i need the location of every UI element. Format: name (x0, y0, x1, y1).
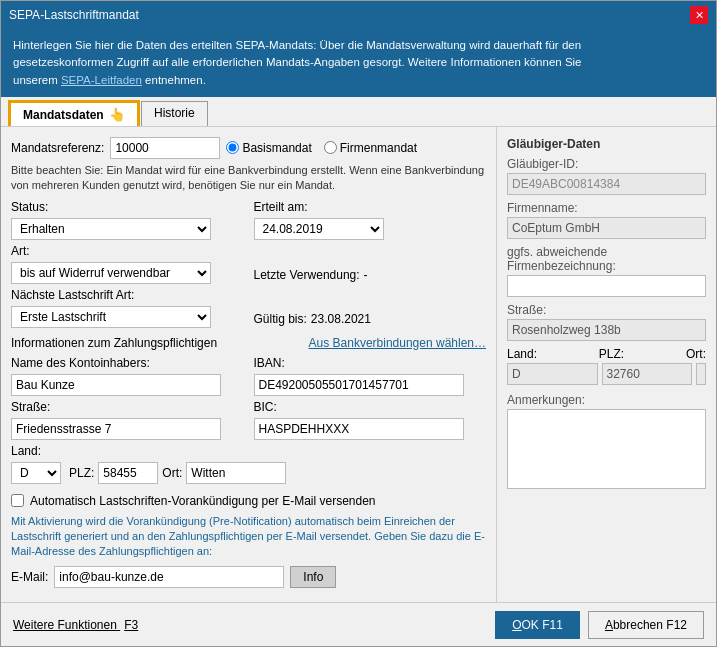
email-label: E-Mail: (11, 570, 48, 584)
main-panel: Mandatsreferenz: 10000 Basismandat Firme… (1, 127, 496, 602)
info-text-3: unserem (13, 74, 61, 86)
email-input[interactable]: info@bau-kunze.de (54, 566, 284, 588)
ort-konto-input[interactable]: Witten (186, 462, 286, 484)
strasse-konto-label: Straße: (11, 400, 244, 414)
vorankuendigung-checkbox[interactable] (11, 494, 24, 507)
status-erteilt-row: Status: Erhalten Erteilt am: 24.08.2019 (11, 200, 486, 240)
aus-bankverbindung-link[interactable]: Aus Bankverbindungen wählen… (309, 336, 486, 350)
land-konto-group: Land: D PLZ: 58455 Ort: Witten (11, 444, 286, 484)
right-panel: Gläubiger-Daten Gläubiger-ID: DE49ABC008… (496, 127, 716, 602)
strasse-right-field: Straße: Rosenholzweg 138b (507, 303, 706, 341)
anmerkungen-label: Anmerkungen: (507, 393, 706, 407)
strasse-right-input[interactable]: Rosenholzweg 138b (507, 319, 706, 341)
name-iban-row: Name des Kontoinhabers: Bau Kunze IBAN: … (11, 356, 486, 396)
blue-text: Mit Aktivierung wird die Vorankündigung … (11, 514, 486, 560)
abweichend-input[interactable] (507, 275, 706, 297)
info-bar: Hinterlegen Sie hier die Daten des ertei… (1, 29, 716, 97)
footer-bar: Weitere Funktionen F3 OOK F11 Abbrechen … (1, 602, 716, 646)
ort-right-input[interactable]: Detmold (696, 363, 706, 385)
erteilt-select[interactable]: 24.08.2019 (254, 218, 384, 240)
info-button[interactable]: Info (290, 566, 336, 588)
abbrechen-button[interactable]: Abbrechen F12 (588, 611, 704, 639)
informationen-label: Informationen zum Zahlungspflichtigen (11, 336, 217, 350)
firmenname-label: Firmenname: (507, 201, 706, 215)
plz-right-label: PLZ: (599, 347, 624, 361)
naechste-label: Nächste Lastschrift Art: (11, 288, 244, 302)
plz-konto-input[interactable]: 58455 (98, 462, 158, 484)
mandatsreferenz-input[interactable]: 10000 (110, 137, 220, 159)
checkbox-label: Automatisch Lastschriften-Vorankündigung… (30, 494, 376, 508)
note-text: Bitte beachten Sie: Ein Mandat wird für … (11, 163, 486, 194)
name-label: Name des Kontoinhabers: (11, 356, 244, 370)
iban-group: IBAN: DE49200505501701457701 (254, 356, 487, 396)
main-window: SEPA-Lastschriftmandat ✕ Hinterlegen Sie… (0, 0, 717, 647)
status-select[interactable]: Erhalten (11, 218, 211, 240)
tab-historie[interactable]: Historie (141, 101, 208, 126)
firmenname-input[interactable]: CoEptum GmbH (507, 217, 706, 239)
erteilt-group: Erteilt am: 24.08.2019 (254, 200, 487, 240)
naechste-select[interactable]: Erste Lastschrift (11, 306, 211, 328)
tab-mandatsdaten[interactable]: Mandatsdaten 👆 (9, 101, 139, 126)
cursor-icon: 👆 (109, 107, 125, 122)
letzte-verwendung-label: Letzte Verwendung: (254, 268, 360, 282)
footer-right: OOK F11 Abbrechen F12 (495, 611, 704, 639)
checkbox-row: Automatisch Lastschriften-Vorankündigung… (11, 494, 486, 508)
info-text-2: gesetzeskonformen Zugriff auf alle erfor… (13, 56, 582, 68)
glaeubiger-id-label: Gläubiger-ID: (507, 157, 706, 171)
gueltig-label: Gültig bis: (254, 312, 307, 326)
mandat-type-group: Basismandat Firmenmandat (226, 141, 417, 155)
iban-input[interactable]: DE49200505501701457701 (254, 374, 464, 396)
naechste-group: Nächste Lastschrift Art: Erste Lastschri… (11, 288, 244, 328)
iban-label: IBAN: (254, 356, 487, 370)
bic-group: BIC: HASPDEHHXXX (254, 400, 487, 440)
anmerkungen-field: Anmerkungen: (507, 393, 706, 492)
bic-input[interactable]: HASPDEHHXXX (254, 418, 464, 440)
glaeubiger-title: Gläubiger-Daten (507, 137, 706, 151)
close-button[interactable]: ✕ (690, 6, 708, 24)
plz-right-input[interactable]: 32760 (602, 363, 693, 385)
info-zahlungspflichtiger-row: Informationen zum Zahlungspflichtigen Au… (11, 336, 486, 350)
mandatsreferenz-label: Mandatsreferenz: (11, 141, 104, 155)
firmenname-field: Firmenname: CoEptum GmbH (507, 201, 706, 239)
ok-button[interactable]: OOK F11 (495, 611, 580, 639)
tab-historie-label: Historie (154, 106, 195, 120)
glaeubiger-id-field: Gläubiger-ID: DE49ABC00814384 (507, 157, 706, 195)
letzte-group: Letzte Verwendung: - (254, 244, 487, 284)
erteilt-label: Erteilt am: (254, 200, 487, 214)
tab-bar: Mandatsdaten 👆 Historie (1, 97, 716, 126)
basismandat-radio[interactable] (226, 141, 239, 154)
land-right-label: Land: (507, 347, 537, 361)
glaeubiger-id-input[interactable]: DE49ABC00814384 (507, 173, 706, 195)
anmerkungen-textarea[interactable] (507, 409, 706, 489)
name-group: Name des Kontoinhabers: Bau Kunze (11, 356, 244, 396)
naechste-gueltig-row: Nächste Lastschrift Art: Erste Lastschri… (11, 288, 486, 328)
letzte-verwendung-value: - (364, 268, 368, 282)
mandatsreferenz-row: Mandatsreferenz: 10000 Basismandat Firme… (11, 137, 486, 159)
ok-underline: O (512, 618, 521, 632)
bic-label: BIC: (254, 400, 487, 414)
weitere-funktionen-button[interactable]: Weitere Funktionen F3 (13, 618, 138, 632)
art-group: Art: bis auf Widerruf verwendbar (11, 244, 244, 284)
land-konto-select[interactable]: D (11, 462, 61, 484)
art-select[interactable]: bis auf Widerruf verwendbar (11, 262, 211, 284)
land-konto-label: Land: (11, 444, 286, 458)
content-area: Mandatsreferenz: 10000 Basismandat Firme… (1, 126, 716, 602)
sepa-link[interactable]: SEPA-Leitfaden (61, 74, 142, 86)
name-input[interactable]: Bau Kunze (11, 374, 221, 396)
firmenmandat-label: Firmenmandat (324, 141, 417, 155)
basismandat-label: Basismandat (226, 141, 311, 155)
title-bar: SEPA-Lastschriftmandat ✕ (1, 1, 716, 29)
window-title: SEPA-Lastschriftmandat (9, 8, 139, 22)
status-group: Status: Erhalten (11, 200, 244, 240)
ort-konto-label: Ort: (162, 466, 182, 480)
ort-right-label: Ort: (686, 347, 706, 361)
gueltig-group: Gültig bis: 23.08.2021 (254, 288, 487, 328)
strasse-konto-input[interactable]: Friedensstrasse 7 (11, 418, 221, 440)
strasse-bic-row: Straße: Friedensstrasse 7 BIC: HASPDEHHX… (11, 400, 486, 440)
land-right-input[interactable]: D (507, 363, 598, 385)
strasse-konto-group: Straße: Friedensstrasse 7 (11, 400, 244, 440)
tab-mandatsdaten-label: Mandatsdaten (23, 108, 104, 122)
strasse-right-label: Straße: (507, 303, 706, 317)
firmenmandat-radio[interactable] (324, 141, 337, 154)
art-label: Art: (11, 244, 244, 258)
